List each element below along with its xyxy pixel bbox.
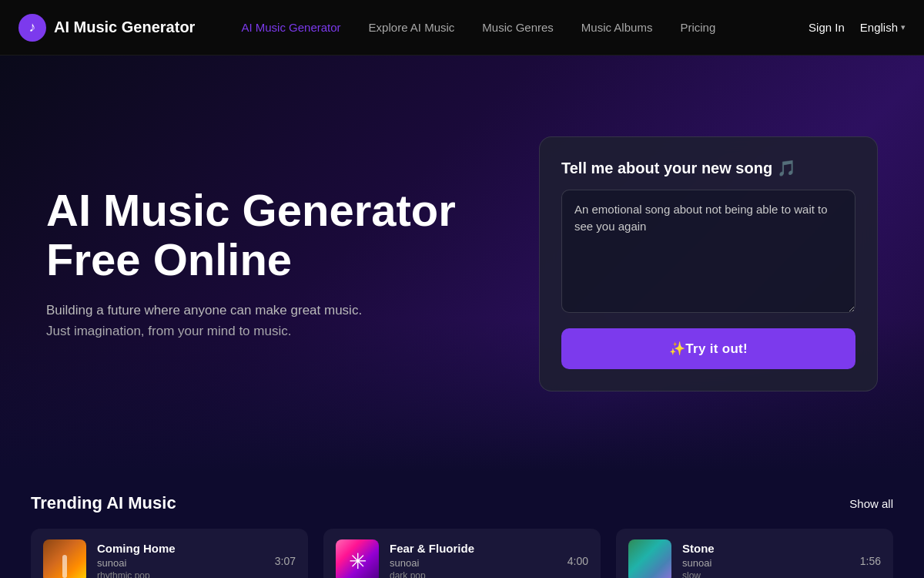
nav-right: Sign In English ▾ [808, 21, 906, 34]
song-card: Tell me about your new song 🎵 An emotion… [539, 136, 878, 391]
track-genre-1: rhythmic pop [97, 570, 264, 579]
nav-links: AI Music Generator Explore AI Music Musi… [241, 21, 808, 34]
trending-cards: Coming Home sunoai rhythmic pop 3:07 ✳ F… [31, 529, 893, 578]
track-duration-2: 4:00 [567, 555, 588, 567]
track-info-2: Fear & Fluoride sunoai dark pop [390, 542, 557, 579]
hero-subtitle: Building a future where anyone can make … [46, 300, 385, 341]
hero-title: AI Music Generator Free Online [46, 186, 477, 284]
nav-link-ai-music-generator[interactable]: AI Music Generator [241, 21, 340, 34]
trending-section: Trending AI Music Show all Coming Home s… [0, 472, 924, 578]
trending-title: Trending AI Music [31, 493, 176, 513]
nav-link-pricing[interactable]: Pricing [680, 21, 715, 34]
track-card-1[interactable]: Coming Home sunoai rhythmic pop 3:07 [31, 529, 308, 578]
track-thumbnail-1 [43, 539, 86, 578]
landscape-image [628, 539, 671, 578]
navbar: ♪ AI Music Generator AI Music Generator … [0, 0, 924, 55]
logo-text: AI Music Generator [54, 18, 195, 36]
track-genre-2: dark pop [390, 570, 557, 579]
hero-left: AI Music Generator Free Online Building … [46, 186, 477, 341]
sign-in-button[interactable]: Sign In [808, 21, 845, 34]
logo-icon: ♪ [18, 14, 46, 42]
show-all-link[interactable]: Show all [849, 497, 893, 510]
track-thumbnail-2: ✳ [336, 539, 379, 578]
track-duration-3: 1:56 [860, 555, 881, 567]
road-image [43, 539, 86, 578]
song-card-title: Tell me about your new song 🎵 [561, 159, 855, 177]
try-it-out-button[interactable]: ✨Try it out! [561, 328, 855, 369]
nav-link-genres[interactable]: Music Genres [482, 21, 554, 34]
track-artist-1: sunoai [97, 557, 264, 569]
nav-link-albums[interactable]: Music Albums [581, 21, 653, 34]
track-card-3[interactable]: Stone sunoai slow 1:56 [616, 529, 893, 578]
track-genre-3: slow [682, 570, 849, 579]
track-name-3: Stone [682, 542, 849, 555]
track-card-2[interactable]: ✳ Fear & Fluoride sunoai dark pop 4:00 [323, 529, 601, 578]
language-selector[interactable]: English ▾ [860, 21, 906, 34]
track-name-1: Coming Home [97, 542, 264, 555]
trending-header: Trending AI Music Show all [31, 493, 893, 513]
song-description-input[interactable]: An emotional song about not being able t… [561, 190, 855, 313]
track-info-3: Stone sunoai slow [682, 542, 849, 579]
track-artist-2: sunoai [390, 557, 557, 569]
logo[interactable]: ♪ AI Music Generator [18, 14, 195, 42]
hero-section: AI Music Generator Free Online Building … [0, 55, 924, 472]
track-name-2: Fear & Fluoride [390, 542, 557, 555]
hero-right: Tell me about your new song 🎵 An emotion… [539, 136, 878, 391]
track-thumbnail-3 [628, 539, 671, 578]
track-info-1: Coming Home sunoai rhythmic pop [97, 542, 264, 579]
track-duration-1: 3:07 [275, 555, 296, 567]
track-artist-3: sunoai [682, 557, 849, 569]
nav-link-explore[interactable]: Explore AI Music [369, 21, 455, 34]
language-label: English [860, 21, 898, 34]
chevron-down-icon: ▾ [901, 22, 906, 32]
starburst-image: ✳ [336, 539, 379, 578]
